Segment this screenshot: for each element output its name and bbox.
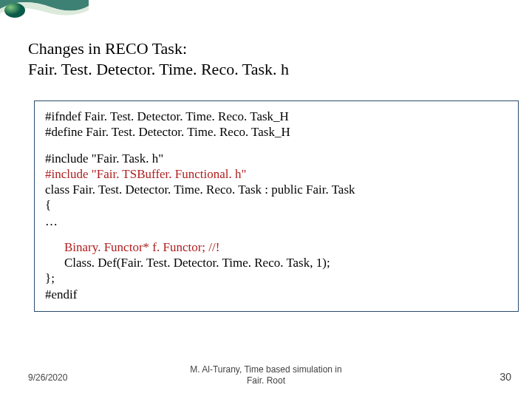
code-line: Class. Def(Fair. Test. Detector. Time. R… [45, 255, 508, 270]
slide-title: Changes in RECO Task: Fair. Test. Detect… [28, 38, 289, 79]
code-line: }; [45, 270, 508, 286]
code-line: #ifndef Fair. Test. Detector. Time. Reco… [45, 109, 508, 124]
code-line: class Fair. Test. Detector. Time. Reco. … [45, 182, 508, 197]
code-line: #define Fair. Test. Detector. Time. Reco… [45, 124, 508, 140]
footer-author: M. Al-Turany, Time based simulation in F… [0, 364, 532, 386]
title-line-1: Changes in RECO Task: [28, 38, 289, 59]
slide-decoration [0, 0, 89, 30]
footer-page-number: 30 [499, 371, 511, 383]
code-block-2: #include "Fair. Task. h" #include "Fair.… [45, 151, 508, 229]
code-line-highlight: Binary. Functor* f. Functor; //! [45, 239, 508, 255]
code-line-highlight: #include "Fair. TSBuffer. Functional. h" [45, 166, 508, 182]
svg-point-0 [4, 3, 25, 18]
code-line: #include "Fair. Task. h" [45, 151, 508, 166]
code-block-3: Binary. Functor* f. Functor; //! Class. … [45, 239, 508, 302]
title-line-2: Fair. Test. Detector. Time. Reco. Task. … [28, 59, 289, 80]
code-block-1: #ifndef Fair. Test. Detector. Time. Reco… [45, 109, 508, 140]
code-box: #ifndef Fair. Test. Detector. Time. Reco… [34, 100, 519, 312]
code-line: { [45, 197, 508, 213]
code-line: … [45, 214, 508, 229]
code-line: #endif [45, 287, 508, 302]
